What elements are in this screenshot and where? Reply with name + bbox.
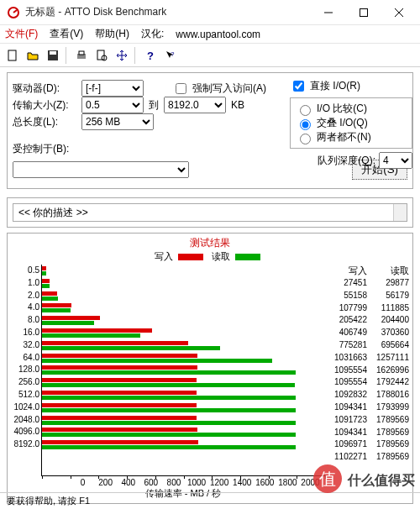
read-bar	[42, 383, 295, 387]
result-row: 205422204400	[325, 314, 409, 327]
write-bar	[42, 291, 57, 296]
help-button[interactable]: ?	[141, 46, 160, 65]
io-options: 直接 I/O(R) I/O 比较(C) 交叠 I/O(Q) 两者都不(N) 队列…	[290, 78, 412, 169]
result-row: 107799111885	[325, 302, 409, 315]
svg-text:值: 值	[319, 470, 336, 488]
read-bar	[42, 408, 296, 412]
print-button[interactable]	[72, 46, 91, 65]
transfer-to-select[interactable]: 8192.0	[164, 97, 226, 113]
result-row: 10928321788016	[325, 389, 409, 401]
maximize-button[interactable]	[346, 1, 381, 24]
io-neither-radio[interactable]: 两者都不(N)	[296, 130, 407, 144]
result-row: 775281695664	[325, 339, 409, 352]
result-row: 5515856179	[325, 290, 409, 302]
result-row: 406749370360	[325, 327, 409, 339]
read-bar	[42, 321, 94, 325]
svg-rect-6	[79, 51, 84, 55]
statusbar-text: 要获得帮助, 请按 F1	[7, 496, 90, 506]
menu-credit-url[interactable]: www.upantool.com	[176, 29, 260, 40]
legend-write-label: 写入	[155, 251, 173, 261]
read-bar	[42, 296, 58, 301]
read-bar	[42, 333, 140, 338]
results-title: 测试结果	[8, 236, 412, 250]
chart-legend: 写入 读取	[8, 250, 412, 263]
new-button[interactable]	[3, 46, 22, 65]
svg-text:?: ?	[147, 50, 154, 61]
transfer-from-select[interactable]: 0.5	[81, 97, 144, 113]
write-bar	[42, 365, 197, 370]
write-bar	[42, 440, 198, 444]
result-row: 2745129877	[325, 277, 409, 290]
write-bar	[42, 341, 188, 345]
result-row: 10955541792442	[325, 376, 409, 389]
window-controls	[311, 1, 417, 24]
settings-panel: 驱动器(D): [-f-] 强制写入访问(A) 传输大小(Z): 0.5 到 8…	[0, 67, 420, 197]
result-row: 10943411793999	[325, 401, 409, 414]
write-bar	[42, 378, 197, 382]
svg-rect-1	[360, 8, 368, 16]
svg-rect-2	[8, 50, 16, 60]
watermark: 值 什么值得买	[311, 462, 420, 496]
result-row: 10917231789569	[325, 414, 409, 427]
col-write-header: 写入	[325, 265, 367, 277]
write-bar	[42, 328, 152, 333]
read-bar	[42, 396, 296, 400]
length-select[interactable]: 256 MB	[81, 113, 154, 130]
write-bar	[42, 266, 46, 270]
length-label: 总长度(L):	[13, 115, 76, 129]
toolbar: ? ?	[0, 44, 420, 67]
save-button[interactable]	[44, 46, 62, 65]
result-row: 10955541626996	[325, 365, 409, 377]
result-row: 10943411789569	[325, 427, 409, 439]
chart-x-ticks: 0200400600800100012001400160018002000	[41, 478, 325, 487]
read-bar	[42, 370, 296, 375]
svg-rect-4	[50, 51, 56, 55]
result-row: 10316631257111	[325, 352, 409, 365]
read-bar	[42, 346, 220, 350]
description-field[interactable]: << 你的描述 >>	[13, 203, 407, 222]
menubar: 文件(F) 查看(V) 帮助(H) 汉化: www.upantool.com	[0, 25, 420, 44]
drive-label: 驱动器(D):	[13, 81, 76, 96]
description-placeholder: << 你的描述 >>	[18, 206, 88, 220]
direct-io-checkbox[interactable]: 直接 I/O(R)	[290, 78, 412, 94]
move-button[interactable]	[113, 46, 131, 65]
read-bar	[42, 421, 296, 425]
read-bar	[42, 445, 296, 449]
menu-file[interactable]: 文件(F)	[5, 27, 38, 41]
write-bar	[42, 279, 50, 283]
menu-view[interactable]: 查看(V)	[50, 27, 83, 41]
write-bar	[42, 391, 197, 395]
read-bar	[42, 308, 71, 312]
drive-select[interactable]: [-f-]	[81, 80, 144, 97]
chart-y-labels: 0.51.02.04.08.016.032.064.0128.0256.0512…	[11, 265, 41, 500]
transfer-size-label: 传输大小(Z):	[13, 98, 76, 113]
svg-rect-7	[97, 50, 104, 60]
controlled-by-select[interactable]	[13, 161, 189, 178]
open-button[interactable]	[24, 46, 42, 65]
read-bar	[42, 284, 50, 288]
write-bar	[42, 316, 100, 320]
description-group: << 你的描述 >>	[7, 197, 413, 228]
result-row: 10969711789569	[325, 438, 409, 451]
io-overlap-radio[interactable]: 交叠 I/O(Q)	[296, 116, 407, 130]
queue-depth-select[interactable]: 4	[379, 152, 412, 169]
to-label: 到	[149, 98, 159, 113]
context-help-button[interactable]: ?	[161, 46, 180, 65]
titlebar: 无标题 - ATTO Disk Benchmark	[0, 0, 420, 25]
read-bar	[42, 271, 46, 275]
write-bar	[42, 303, 71, 307]
legend-read-label: 读取	[212, 251, 230, 261]
force-write-checkbox[interactable]: 强制写入访问(A)	[172, 81, 266, 97]
app-icon	[7, 6, 20, 19]
minimize-button[interactable]	[311, 1, 346, 24]
read-bar	[42, 359, 272, 363]
io-compare-radio[interactable]: I/O 比较(C)	[296, 102, 407, 116]
menu-help[interactable]: 帮助(H)	[95, 27, 129, 41]
write-bar	[42, 354, 197, 358]
write-bar	[42, 416, 197, 420]
menu-credit-label: 汉化:	[141, 27, 164, 41]
queue-depth-label: 队列深度(Q):	[318, 154, 375, 168]
controlled-by-label: 受控制于(B):	[13, 142, 69, 156]
close-button[interactable]	[381, 1, 417, 24]
preview-button[interactable]	[92, 46, 111, 65]
